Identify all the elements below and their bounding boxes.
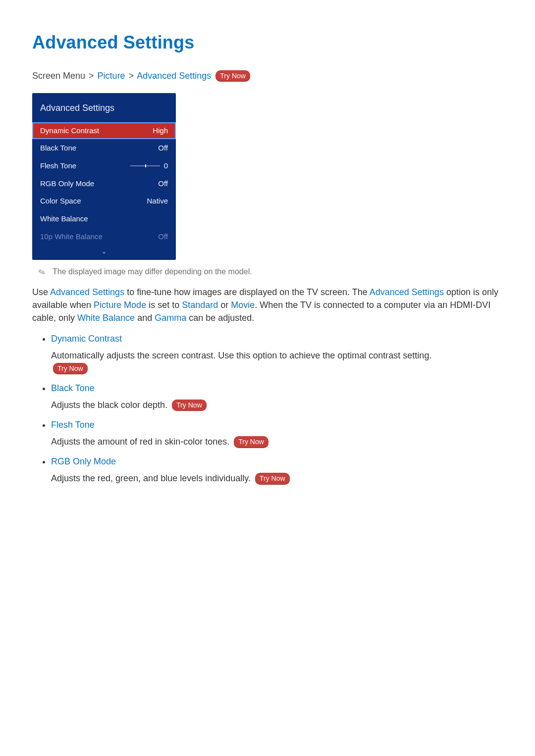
crumb-advanced-settings: Advanced Settings [137, 71, 211, 81]
menu-row-rgb-only-mode[interactable]: RGB Only Mode Off [32, 175, 176, 193]
menu-row-dynamic-contrast[interactable]: Dynamic Contrast High [32, 122, 176, 139]
kw-advanced-settings: Advanced Settings [370, 287, 444, 297]
page-title: Advanced Settings [32, 30, 503, 55]
slider-thumb [145, 164, 146, 167]
menu-row-label: Flesh Tone [40, 160, 76, 171]
try-now-button[interactable]: Try Now [53, 363, 88, 374]
feature-flesh-tone: Flesh Tone Adjusts the amount of red in … [51, 418, 503, 448]
menu-row-color-space[interactable]: Color Space Native [32, 192, 176, 210]
menu-row-10p-white-balance: 10p White Balance Off [32, 228, 176, 246]
crumb-sep: > [88, 71, 95, 81]
breadcrumb: Screen Menu > Picture > Advanced Setting… [32, 69, 503, 82]
menu-row-label: Color Space [40, 196, 81, 206]
kw-movie: Movie [231, 300, 255, 310]
settings-panel: Advanced Settings Dynamic Contrast High … [32, 93, 176, 260]
kw-standard: Standard [182, 300, 218, 310]
intro-paragraph: Use Advanced Settings to fine-tune how i… [32, 286, 503, 324]
note-text: The displayed image may differ depending… [53, 266, 252, 277]
note: ✎ The displayed image may differ dependi… [38, 266, 503, 279]
menu-row-label: RGB Only Mode [40, 178, 94, 189]
menu-row-label: Black Tone [40, 143, 76, 153]
kw-picture-mode: Picture Mode [94, 300, 146, 310]
pencil-icon: ✎ [37, 265, 47, 280]
feature-title: RGB Only Mode [51, 455, 503, 468]
feature-title: Flesh Tone [51, 418, 503, 431]
menu-row-white-balance[interactable]: White Balance [32, 210, 176, 228]
crumb-picture: Picture [98, 71, 125, 81]
kw-advanced-settings: Advanced Settings [50, 287, 124, 297]
feature-desc: Adjusts the red, green, and blue levels … [51, 472, 503, 485]
kw-white-balance: White Balance [77, 313, 135, 323]
try-now-button[interactable]: Try Now [255, 473, 290, 484]
crumb-sep: > [128, 71, 135, 81]
menu-row-value: 0 [164, 160, 168, 171]
feature-title: Black Tone [51, 382, 503, 395]
kw-gamma: Gamma [155, 313, 186, 323]
try-now-button[interactable]: Try Now [172, 400, 207, 411]
menu-row-label: 10p White Balance [40, 231, 103, 242]
menu-row-value: High [153, 125, 168, 136]
menu-row-value: Off [158, 231, 168, 242]
menu-row-flesh-tone[interactable]: Flesh Tone 0 [32, 157, 176, 175]
try-now-button[interactable]: Try Now [215, 70, 250, 82]
feature-desc: Adjusts the black color depth. Try Now [51, 399, 503, 411]
slider[interactable]: 0 [130, 160, 168, 171]
feature-desc: Automatically adjusts the screen contras… [51, 349, 503, 362]
feature-dynamic-contrast: Dynamic Contrast Automatically adjusts t… [51, 332, 503, 375]
feature-list: Dynamic Contrast Automatically adjusts t… [32, 332, 503, 485]
chevron-down-icon[interactable]: ⌄ [32, 246, 176, 260]
feature-desc: Adjusts the amount of red in skin-color … [51, 435, 503, 448]
menu-row-black-tone[interactable]: Black Tone Off [32, 139, 176, 157]
feature-black-tone: Black Tone Adjusts the black color depth… [51, 382, 503, 411]
panel-title: Advanced Settings [32, 93, 176, 122]
menu-row-label: Dynamic Contrast [40, 125, 99, 136]
menu-row-value: Off [158, 143, 168, 153]
menu-row-value: Off [158, 178, 168, 189]
crumb-root: Screen Menu [32, 71, 85, 81]
menu-row-label: White Balance [40, 213, 88, 224]
menu-row-value: Native [147, 196, 168, 206]
feature-rgb-only-mode: RGB Only Mode Adjusts the red, green, an… [51, 455, 503, 485]
try-now-button[interactable]: Try Now [234, 436, 268, 448]
feature-title: Dynamic Contrast [51, 332, 503, 345]
slider-track [130, 165, 160, 166]
